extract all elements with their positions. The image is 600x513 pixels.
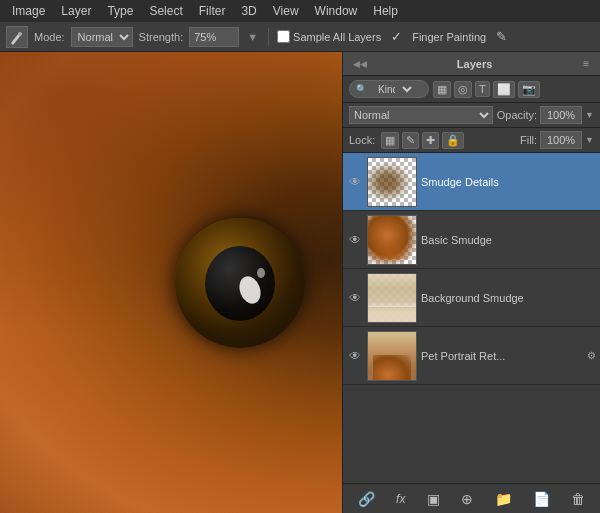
layer-thumbnail — [367, 273, 417, 323]
menu-image[interactable]: Image — [4, 2, 53, 20]
link-layers-button[interactable]: 🔗 — [353, 489, 380, 509]
layer-name: Basic Smudge — [421, 234, 596, 246]
menu-help[interactable]: Help — [365, 2, 406, 20]
layer-visibility-icon[interactable]: 👁 — [347, 349, 363, 363]
blend-mode-select[interactable]: Normal — [349, 106, 493, 124]
lock-icons: ▦ ✎ ✚ 🔒 — [381, 132, 464, 149]
delete-layer-button[interactable]: 🗑 — [566, 489, 590, 509]
filter-search: 🔍 Kind — [349, 80, 429, 98]
menu-window[interactable]: Window — [307, 2, 366, 20]
filter-icon-group: ▦ ◎ T ⬜ 📷 — [433, 81, 540, 98]
menu-type[interactable]: Type — [99, 2, 141, 20]
mode-label: Mode: — [34, 31, 65, 43]
eye-highlight — [236, 273, 264, 306]
filter-type-button[interactable]: T — [475, 81, 490, 97]
layers-list: 👁 Smudge Details 👁 Basic Smudge — [343, 153, 600, 483]
opacity-input[interactable]: 100% — [540, 106, 582, 124]
lock-position-button[interactable]: ✚ — [422, 132, 439, 149]
eye-pupil — [205, 246, 275, 321]
lock-label: Lock: — [349, 134, 375, 146]
fill-dropdown-icon[interactable]: ▼ — [585, 135, 594, 145]
layer-name: Smudge Details — [421, 176, 596, 188]
menu-3d[interactable]: 3D — [233, 2, 264, 20]
new-layer-button[interactable]: 📄 — [528, 489, 555, 509]
layer-item[interactable]: 👁 Background Smudge — [343, 269, 600, 327]
main-content: ◀◀ Layers ≡ 🔍 Kind ▦ ◎ T ⬜ 📷 Normal — [0, 52, 600, 513]
layer-thumbnail — [367, 331, 417, 381]
blend-mode-row: Normal Opacity: 100% ▼ — [343, 103, 600, 128]
layer-visibility-icon[interactable]: 👁 — [347, 291, 363, 305]
strength-value: 75% — [189, 27, 239, 47]
layer-name: Pet Portrait Ret... — [421, 350, 583, 362]
panel-footer: 🔗 fx ▣ ⊕ 📁 📄 🗑 — [343, 483, 600, 513]
toolbar: Mode: Normal Strength: 75% ▼ Sample All … — [0, 22, 600, 52]
svg-point-0 — [18, 32, 22, 36]
layers-panel: ◀◀ Layers ≡ 🔍 Kind ▦ ◎ T ⬜ 📷 Normal — [342, 52, 600, 513]
layer-item[interactable]: 👁 Smudge Details — [343, 153, 600, 211]
lock-paint-button[interactable]: ✎ — [402, 132, 419, 149]
sample-all-layers-checkbox[interactable]: Sample All Layers — [277, 30, 381, 43]
sample-all-layers-input[interactable] — [277, 30, 290, 43]
fill-group: Fill: 100% ▼ — [520, 131, 594, 149]
search-icon: 🔍 — [356, 84, 367, 94]
filter-pixel-button[interactable]: ▦ — [433, 81, 451, 98]
layer-link-icon: ⚙ — [587, 350, 596, 361]
lock-pixels-button[interactable]: ▦ — [381, 132, 399, 149]
layer-name: Background Smudge — [421, 292, 596, 304]
panel-collapse-left[interactable]: ◀◀ — [351, 57, 369, 71]
panel-menu-button[interactable]: ≡ — [580, 57, 592, 70]
menu-bar: Image Layer Type Select Filter 3D View W… — [0, 0, 600, 22]
layer-thumbnail — [367, 215, 417, 265]
add-mask-button[interactable]: ▣ — [422, 489, 445, 509]
fill-input[interactable]: 100% — [540, 131, 582, 149]
layer-item[interactable]: 👁 Pet Portrait Ret... ⚙ — [343, 327, 600, 385]
menu-layer[interactable]: Layer — [53, 2, 99, 20]
kind-filter-select[interactable]: Kind — [370, 80, 415, 98]
strength-label: Strength: — [139, 31, 184, 43]
layer-visibility-icon[interactable]: 👁 — [347, 175, 363, 189]
menu-select[interactable]: Select — [141, 2, 190, 20]
menu-filter[interactable]: Filter — [191, 2, 234, 20]
add-effect-button[interactable]: fx — [391, 490, 410, 508]
fill-label: Fill: — [520, 134, 537, 146]
create-fill-button[interactable]: ⊕ — [456, 489, 478, 509]
opacity-label: Opacity: — [497, 109, 537, 121]
finger-painting-label: Finger Painting — [412, 31, 486, 43]
filter-shape-button[interactable]: ⬜ — [493, 81, 515, 98]
opacity-group: Opacity: 100% ▼ — [497, 106, 594, 124]
smudge-tool-icon[interactable] — [6, 26, 28, 48]
lock-all-button[interactable]: 🔒 — [442, 132, 464, 149]
filter-adjust-button[interactable]: ◎ — [454, 81, 472, 98]
layers-panel-title: Layers — [457, 58, 492, 70]
new-group-button[interactable]: 📁 — [490, 489, 517, 509]
opacity-dropdown-icon[interactable]: ▼ — [585, 110, 594, 120]
dog-eye — [140, 193, 340, 373]
eye-highlight2 — [257, 268, 265, 278]
layer-item[interactable]: 👁 Basic Smudge — [343, 211, 600, 269]
finger-painting-checkbox[interactable]: Finger Painting — [412, 31, 486, 43]
eye-iris — [175, 218, 305, 348]
filter-smart-button[interactable]: 📷 — [518, 81, 540, 98]
sample-all-layers-label: Sample All Layers — [293, 31, 381, 43]
mode-select[interactable]: Normal — [71, 27, 133, 47]
filter-bar: 🔍 Kind ▦ ◎ T ⬜ 📷 — [343, 76, 600, 103]
lock-row: Lock: ▦ ✎ ✚ 🔒 Fill: 100% ▼ — [343, 128, 600, 153]
layers-panel-header: ◀◀ Layers ≡ — [343, 52, 600, 76]
menu-view[interactable]: View — [265, 2, 307, 20]
layer-visibility-icon[interactable]: 👁 — [347, 233, 363, 247]
layer-thumbnail — [367, 157, 417, 207]
